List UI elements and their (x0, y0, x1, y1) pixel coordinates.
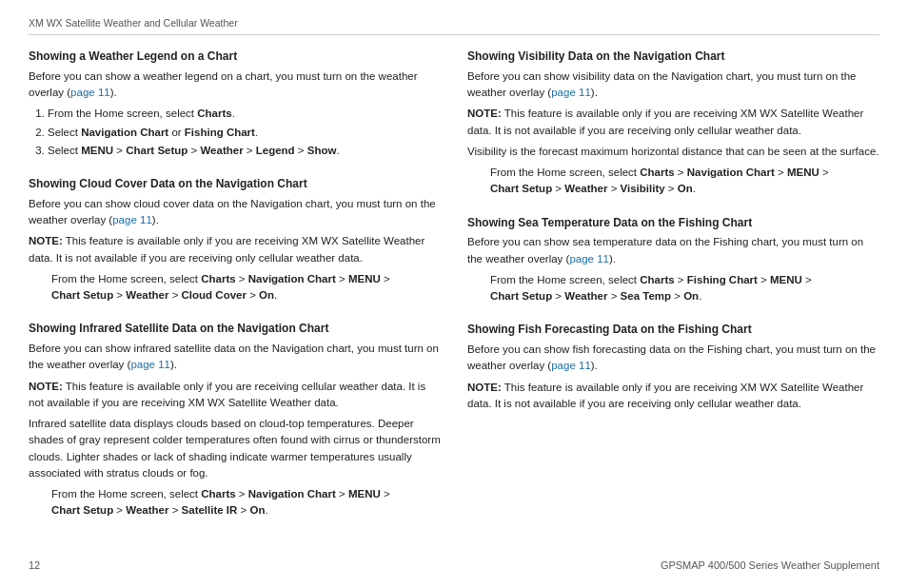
section-infrared-title: Showing Infrared Satellite Data on the N… (29, 321, 441, 337)
infrared-instruction: From the Home screen, select Charts > Na… (51, 486, 441, 519)
footer-page-number: 12 (29, 559, 40, 571)
fish-forecast-page-link[interactable]: page 11 (551, 360, 591, 371)
visibility-page-link[interactable]: page 11 (551, 87, 591, 98)
section-fish-forecast: Showing Fish Forecasting Data on the Fis… (467, 322, 879, 417)
step-1: From the Home screen, select Charts. (48, 106, 441, 122)
section-visibility: Showing Visibility Data on the Navigatio… (467, 49, 879, 203)
legend-page-link[interactable]: page 11 (70, 87, 110, 98)
section-fish-forecast-body: Before you can show fish forecasting dat… (467, 342, 879, 375)
section-visibility-title: Showing Visibility Data on the Navigatio… (467, 49, 879, 65)
section-sea-temp-title: Showing Sea Temperature Data on the Fish… (467, 215, 879, 231)
infrared-desc: Infrared satellite data displays clouds … (29, 416, 441, 481)
section-cloud-title: Showing Cloud Cover Data on the Navigati… (29, 176, 441, 192)
fish-forecast-note: NOTE: This feature is available only if … (467, 380, 879, 413)
section-cloud: Showing Cloud Cover Data on the Navigati… (29, 176, 441, 308)
header-label: XM WX Satellite Weather and Cellular Wea… (29, 17, 879, 35)
infrared-note: NOTE: This feature is available only if … (29, 379, 441, 412)
cloud-instruction: From the Home screen, select Charts > Na… (51, 271, 441, 304)
two-col-layout: Showing a Weather Legend on a Chart Befo… (29, 49, 879, 550)
step-2: Select Navigation Chart or Fishing Chart… (48, 125, 441, 141)
footer-document-title: GPSMAP 400/500 Series Weather Supplement (661, 559, 879, 571)
section-cloud-body: Before you can show cloud cover data on … (29, 196, 441, 229)
footer: 12 GPSMAP 400/500 Series Weather Supplem… (29, 550, 879, 571)
page: XM WX Satellite Weather and Cellular Wea… (0, 0, 908, 588)
sea-temp-instruction: From the Home screen, select Charts > Fi… (490, 272, 879, 305)
section-sea-temp-body: Before you can show sea temperature data… (467, 234, 879, 267)
infrared-page-link[interactable]: page 11 (130, 359, 170, 370)
section-infrared-body: Before you can show infrared satellite d… (29, 341, 441, 374)
section-legend-title: Showing a Weather Legend on a Chart (29, 49, 441, 65)
legend-steps: From the Home screen, select Charts. Sel… (48, 106, 441, 159)
section-legend-body: Before you can show a weather legend on … (29, 69, 441, 102)
section-visibility-body: Before you can show visibility data on t… (467, 69, 879, 102)
left-column: Showing a Weather Legend on a Chart Befo… (29, 49, 441, 550)
section-infrared: Showing Infrared Satellite Data on the N… (29, 321, 441, 523)
step-3: Select MENU > Chart Setup > Weather > Le… (48, 143, 441, 159)
section-legend: Showing a Weather Legend on a Chart Befo… (29, 49, 441, 164)
section-fish-forecast-title: Showing Fish Forecasting Data on the Fis… (467, 322, 879, 338)
visibility-desc: Visibility is the forecast maximum horiz… (467, 144, 879, 160)
sea-temp-page-link[interactable]: page 11 (569, 253, 609, 265)
visibility-instruction: From the Home screen, select Charts > Na… (490, 165, 879, 198)
section-sea-temp: Showing Sea Temperature Data on the Fish… (467, 215, 879, 310)
cloud-page-link[interactable]: page 11 (112, 214, 152, 225)
cloud-note: NOTE: This feature is available only if … (29, 233, 441, 266)
visibility-note: NOTE: This feature is available only if … (467, 106, 879, 139)
right-column: Showing Visibility Data on the Navigatio… (467, 49, 879, 550)
